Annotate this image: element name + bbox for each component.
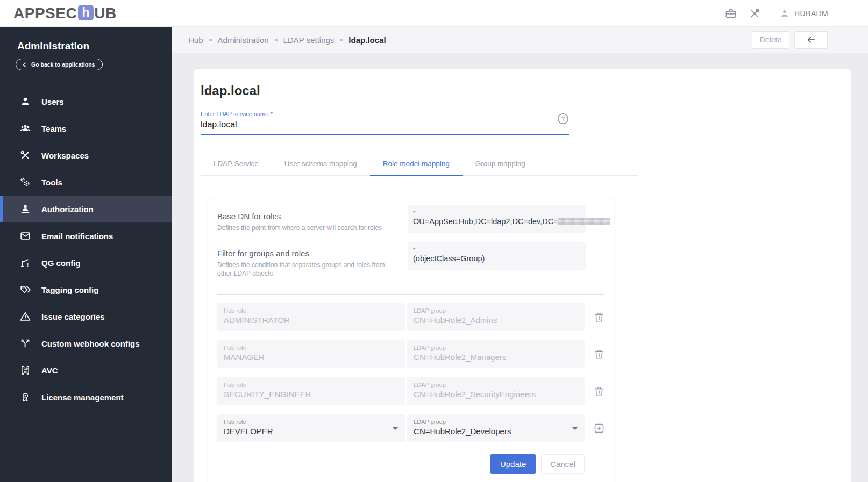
logo-text-right: UB xyxy=(94,5,116,22)
chevron-left-icon xyxy=(22,62,27,68)
tab-ldap-service[interactable]: LDAP Service xyxy=(201,152,272,176)
tools-icon[interactable] xyxy=(748,7,761,20)
quality-gate-icon: ! xyxy=(19,257,31,269)
breadcrumb-separator-dot xyxy=(340,39,343,41)
sidebar-item-custom-webhook-configs[interactable]: Custom webhook configs xyxy=(0,330,172,357)
ldap-service-name-value: ldap.local xyxy=(201,120,237,129)
sidebar-item-license-management[interactable]: License management xyxy=(0,384,172,411)
update-button[interactable]: Update xyxy=(490,454,536,474)
user-menu[interactable]: HUBADM xyxy=(779,8,828,19)
hub-role-field: Hub role SECURITY_ENGINEER xyxy=(217,377,405,405)
sidebar-item-qg-config[interactable]: ! QG config xyxy=(0,249,172,276)
hub-role-field: Hub role ADMINISTRATOR xyxy=(217,303,405,331)
toolbox-icon[interactable] xyxy=(724,7,737,20)
sidebar-item-issue-categories[interactable]: Issue categories xyxy=(0,303,172,330)
breadcrumb-current-page: ldap.local xyxy=(348,35,386,45)
breadcrumb: Hub Administration LDAP settings ldap.lo… xyxy=(188,35,386,45)
left-arrow-icon xyxy=(806,34,816,45)
breadcrumb-separator-dot xyxy=(209,39,212,41)
role-mapping-row-developer: Hub role DEVELOPER LDAP group CN=HubRole… xyxy=(217,414,614,442)
trash-icon[interactable] xyxy=(593,311,606,323)
required-marker: * xyxy=(413,210,586,216)
person-authorization-icon xyxy=(19,203,31,215)
logo-text-left: APPSEC xyxy=(13,5,77,22)
tab-role-model-mapping[interactable]: Role model mapping xyxy=(370,152,463,176)
base-dn-input[interactable]: * OU=AppSec.Hub,DC=ldap2,DC=dev,DC= xyxy=(408,205,586,233)
sidebar-item-tagging-config[interactable]: Tagging config xyxy=(0,276,172,303)
required-marker: * xyxy=(413,247,586,253)
username: HUBADM xyxy=(794,9,828,18)
breadcrumb-separator-dot xyxy=(275,39,278,41)
split-arrows-icon xyxy=(19,337,31,349)
cancel-button[interactable]: Cancel xyxy=(541,454,585,474)
ldap-service-name-input[interactable]: Enter LDAP service name * ldap.local ? xyxy=(201,111,569,135)
filter-input[interactable]: * (objectClass=Group) xyxy=(408,242,586,270)
hammer-wrench-icon xyxy=(19,149,31,161)
base-dn-description: Defines the point from where a server wi… xyxy=(217,224,397,232)
ldap-group-value: CN=HubRole2_SecurityEngineers xyxy=(414,390,585,399)
user-avatar-icon xyxy=(779,8,790,19)
ldap-group-field: LDAP group CN=HubRole2_Managers xyxy=(407,340,585,368)
settings-tabs: LDAP Service User schema mapping Role mo… xyxy=(201,152,638,176)
dropdown-caret-icon xyxy=(393,427,398,430)
filter-description: Defines the condition that separates gro… xyxy=(217,261,397,278)
content-panel: ldap.local Enter LDAP service name * lda… xyxy=(194,69,851,482)
dropdown-caret-icon xyxy=(572,427,578,430)
hub-role-value: DEVELOPER xyxy=(224,427,405,436)
sidebar-item-teams[interactable]: Teams xyxy=(0,115,172,142)
delete-button[interactable]: Delete xyxy=(752,31,789,49)
breadcrumb-hub[interactable]: Hub xyxy=(188,35,203,45)
top-bar: APPSEC h UB HUBADM xyxy=(0,0,868,27)
hub-role-value: ADMINISTRATOR xyxy=(224,315,405,325)
svg-text:!: ! xyxy=(27,262,29,268)
ldap-group-select[interactable]: LDAP group CN=HubRole2_Developers xyxy=(407,414,585,442)
back-button[interactable] xyxy=(794,31,828,49)
sidebar-title: Administration xyxy=(17,40,172,52)
sidebar-item-authorization[interactable]: Authorization xyxy=(0,196,172,222)
role-mapping-row-security-engineer: Hub role SECURITY_ENGINEER LDAP group CN… xyxy=(217,377,614,405)
gears-icon xyxy=(19,176,31,188)
hub-logo-icon: h xyxy=(78,5,94,20)
breadcrumb-administration[interactable]: Administration xyxy=(218,35,269,45)
tab-user-schema-mapping[interactable]: User schema mapping xyxy=(272,152,370,176)
trash-icon[interactable] xyxy=(593,348,606,361)
svg-text:?: ? xyxy=(561,116,565,122)
ldap-group-value: CN=HubRole2_Managers xyxy=(414,352,585,362)
hub-role-field: Hub role MANAGER xyxy=(217,340,405,368)
role-mapping-row-administrator: Hub role ADMINISTRATOR LDAP group CN=Hub… xyxy=(217,303,614,331)
role-mapping-row-manager: Hub role MANAGER LDAP group CN=HubRole2_… xyxy=(217,340,614,368)
hub-role-value: MANAGER xyxy=(224,352,405,362)
hub-role-value: SECURITY_ENGINEER xyxy=(224,390,405,399)
hub-role-select[interactable]: Hub role DEVELOPER xyxy=(217,414,405,442)
sidebar-item-tools[interactable]: Tools xyxy=(0,169,172,196)
sidebar-item-email-notifications[interactable]: Email notifications xyxy=(0,222,172,249)
tab-group-mapping[interactable]: Group mapping xyxy=(463,152,538,176)
envelope-icon xyxy=(19,230,31,242)
redacted-text xyxy=(558,218,610,225)
breadcrumb-ldap-settings[interactable]: LDAP settings xyxy=(283,35,335,45)
admin-sidebar: Administration Go back to applications U… xyxy=(0,27,172,482)
filter-label: Filter for groups and roles xyxy=(217,249,408,258)
sidebar-item-users[interactable]: Users xyxy=(0,88,172,115)
ldap-service-name-label: Enter LDAP service name * xyxy=(201,111,569,117)
filter-value: (objectClass=Group) xyxy=(413,254,586,263)
base-dn-label: Base DN for roles xyxy=(217,212,408,221)
base-dn-value: OU=AppSec.Hub,DC=ldap2,DC=dev,DC= xyxy=(413,217,558,226)
role-model-mapping-card: Base DN for roles Defines the point from… xyxy=(208,199,614,482)
sidebar-item-avc[interactable]: 10 01 AVC xyxy=(0,357,172,384)
svg-text:01: 01 xyxy=(24,370,29,374)
sidebar-nav: Users Teams Workspaces xyxy=(0,88,172,411)
go-back-to-applications-button[interactable]: Go back to applications xyxy=(16,59,103,70)
card-actions: Update Cancel xyxy=(217,454,585,474)
page-title: ldap.local xyxy=(201,83,851,98)
filter-row: Filter for groups and roles Defines the … xyxy=(217,242,614,278)
appsechub-logo: APPSEC h UB xyxy=(13,5,117,22)
ldap-group-field: LDAP group CN=HubRole2_Admins xyxy=(407,303,585,331)
trash-icon[interactable] xyxy=(593,385,606,398)
help-icon[interactable]: ? xyxy=(557,113,569,125)
ldap-group-value: CN=HubRole2_Developers xyxy=(414,427,585,436)
breadcrumb-bar: Hub Administration LDAP settings ldap.lo… xyxy=(172,27,868,53)
sidebar-item-workspaces[interactable]: Workspaces xyxy=(0,142,172,169)
add-mapping-icon[interactable] xyxy=(593,422,606,435)
award-icon xyxy=(19,391,31,403)
